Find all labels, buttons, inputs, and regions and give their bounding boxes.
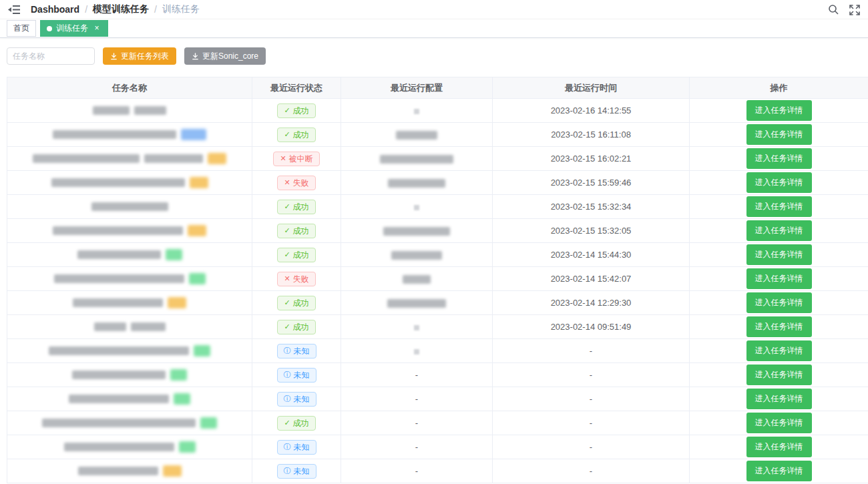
redacted-task-name xyxy=(72,371,166,379)
redacted-config xyxy=(414,325,419,330)
task-name-content xyxy=(7,249,252,260)
task-name-cell xyxy=(7,411,252,435)
run-config-cell xyxy=(341,123,493,147)
run-config-cell xyxy=(341,267,493,291)
run-status-cell: ✕失败 xyxy=(252,171,341,195)
status-badge: ✓成功 xyxy=(277,224,315,238)
run-config-cell xyxy=(341,147,493,171)
check-icon: ✓ xyxy=(284,131,290,138)
enter-task-detail-button[interactable]: 进入任务详情 xyxy=(746,148,812,169)
enter-task-detail-button[interactable]: 进入任务详情 xyxy=(746,365,812,385)
redacted-config xyxy=(387,299,446,308)
task-tag xyxy=(188,225,206,236)
run-status-cell: ✕失败 xyxy=(252,267,341,291)
redacted-task-name xyxy=(54,274,184,283)
fullscreen-icon[interactable] xyxy=(849,4,860,15)
run-status-cell: ✓成功 xyxy=(252,291,341,315)
task-name-cell xyxy=(7,147,252,171)
run-status-cell: ✓成功 xyxy=(252,243,341,267)
info-icon: ⓘ xyxy=(284,347,291,354)
search-icon[interactable] xyxy=(828,4,839,15)
run-config-cell xyxy=(341,315,493,339)
redacted-task-name xyxy=(77,250,161,259)
table-row: ✕失败2023-02-15 15:59:46进入任务详情 xyxy=(7,171,868,195)
action-cell: 进入任务详情 xyxy=(690,291,868,315)
enter-task-detail-button[interactable]: 进入任务详情 xyxy=(746,124,812,145)
status-label: 未知 xyxy=(294,395,310,403)
task-tag xyxy=(200,417,217,429)
action-cell: 进入任务详情 xyxy=(690,387,868,411)
enter-task-detail-button[interactable]: 进入任务详情 xyxy=(746,413,812,433)
task-tag xyxy=(170,369,187,381)
task-name-content xyxy=(7,202,252,211)
task-name-cell xyxy=(7,123,252,147)
redacted-task-name xyxy=(64,443,174,451)
enter-task-detail-button[interactable]: 进入任务详情 xyxy=(746,461,812,481)
status-badge: ✓成功 xyxy=(277,296,315,310)
task-name-content xyxy=(7,322,252,331)
task-table: 任务名称 最近运行状态 最近运行配置 最近运行时间 操作 ✓成功2023-02-… xyxy=(7,77,868,483)
task-tag xyxy=(208,153,226,164)
run-config-cell xyxy=(341,99,493,123)
run-config-cell: - xyxy=(341,459,493,483)
run-status-cell: ⓘ未知 xyxy=(252,459,341,483)
cross-icon: ✕ xyxy=(284,179,290,186)
task-tag xyxy=(174,393,190,405)
task-name-content xyxy=(7,441,252,453)
breadcrumb-separator: / xyxy=(154,4,157,15)
task-tag xyxy=(179,441,196,453)
redacted-task-name xyxy=(91,202,168,211)
redacted-task-name xyxy=(93,106,130,115)
action-cell: 进入任务详情 xyxy=(690,123,868,147)
enter-task-detail-button[interactable]: 进入任务详情 xyxy=(746,196,812,217)
tab-home[interactable]: 首页 xyxy=(7,20,36,37)
update-task-list-button[interactable]: 更新任务列表 xyxy=(103,47,176,65)
task-name-content xyxy=(7,225,252,236)
run-status-cell: ⓘ未知 xyxy=(252,435,341,459)
action-cell: 进入任务详情 xyxy=(690,339,868,363)
empty-config-value: - xyxy=(415,394,418,404)
status-badge: ✓成功 xyxy=(277,320,315,334)
enter-task-detail-button[interactable]: 进入任务详情 xyxy=(746,220,812,241)
enter-task-detail-button[interactable]: 进入任务详情 xyxy=(746,268,812,289)
action-cell: 进入任务详情 xyxy=(690,435,868,459)
redacted-task-name xyxy=(49,346,189,355)
enter-task-detail-button[interactable]: 进入任务详情 xyxy=(746,389,812,409)
empty-config-value: - xyxy=(415,370,418,380)
run-config-cell xyxy=(341,171,493,195)
run-status-cell: ✓成功 xyxy=(252,99,341,123)
enter-task-detail-button[interactable]: 进入任务详情 xyxy=(746,340,812,361)
task-tag xyxy=(163,465,182,477)
enter-task-detail-button[interactable]: 进入任务详情 xyxy=(746,100,812,121)
breadcrumb-training-tasks: 训练任务 xyxy=(162,3,200,15)
redacted-task-name xyxy=(78,467,158,475)
task-name-cell xyxy=(7,435,252,459)
run-status-cell: ✓成功 xyxy=(252,411,341,435)
run-config-cell: - xyxy=(341,363,493,387)
last-run-time: - xyxy=(493,387,690,411)
status-badge: ✓成功 xyxy=(277,200,315,214)
enter-task-detail-button[interactable]: 进入任务详情 xyxy=(746,292,812,313)
empty-config-value: - xyxy=(415,418,418,428)
enter-task-detail-button[interactable]: 进入任务详情 xyxy=(746,244,812,265)
status-badge: ✓成功 xyxy=(277,416,315,431)
tab-training-tasks[interactable]: 训练任务 × xyxy=(40,20,108,37)
breadcrumb-dashboard[interactable]: Dashboard xyxy=(31,4,79,15)
status-label: 成功 xyxy=(293,131,309,139)
table-row: ✕被中断2023-02-15 16:02:21进入任务详情 xyxy=(7,147,868,171)
breadcrumb-model-training[interactable]: 模型训练任务 xyxy=(93,3,149,15)
task-tag xyxy=(168,297,186,308)
action-cell: 进入任务详情 xyxy=(690,315,868,339)
redacted-task-name xyxy=(94,322,126,331)
redacted-task-name xyxy=(42,419,196,427)
hamburger-icon[interactable] xyxy=(8,4,21,15)
enter-task-detail-button[interactable]: 进入任务详情 xyxy=(746,316,812,337)
task-name-content xyxy=(7,129,252,140)
enter-task-detail-button[interactable]: 进入任务详情 xyxy=(746,172,812,193)
tab-close-icon[interactable]: × xyxy=(92,24,101,33)
task-name-input[interactable] xyxy=(7,47,95,65)
task-name-content xyxy=(7,417,252,429)
update-sonic-core-button[interactable]: 更新Sonic_core xyxy=(184,47,266,65)
status-badge: ✕失败 xyxy=(277,176,315,190)
enter-task-detail-button[interactable]: 进入任务详情 xyxy=(746,437,812,457)
